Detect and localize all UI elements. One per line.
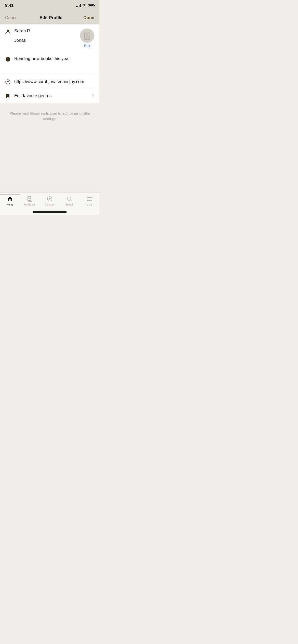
compass-icon (5, 79, 11, 85)
svg-point-7 (8, 82, 8, 82)
status-time: 9:41 (5, 3, 13, 8)
tab-home[interactable]: Home (0, 195, 20, 206)
url-section: https://www.sarahjonasmoodjoy.com (0, 75, 99, 89)
status-icons (76, 4, 94, 7)
person-icon (5, 29, 11, 35)
name-fields: Sarah R Jonas (14, 28, 77, 43)
done-button[interactable]: Done (84, 15, 94, 20)
genres-label: Edit favorite genres (14, 93, 88, 98)
chevron-right-icon (92, 94, 94, 98)
edit-avatar-label[interactable]: Edit (84, 44, 90, 48)
nav-bar: Cancel Edit Profile Done (0, 11, 99, 24)
avatar (80, 28, 94, 43)
bookmark-icon (5, 93, 11, 99)
bio-field[interactable]: Reading new books this year (14, 56, 94, 61)
home-icon (7, 196, 13, 202)
home-indicator (33, 211, 67, 213)
cancel-button[interactable]: Cancel (5, 15, 19, 20)
tab-more[interactable]: More (79, 195, 99, 206)
url-field[interactable]: https://www.sarahjonasmoodjoy.com (14, 79, 94, 84)
nav-title: Edit Profile (39, 15, 62, 20)
discover-icon (46, 196, 53, 202)
svg-point-0 (7, 30, 9, 32)
info-icon: i (5, 56, 11, 62)
svg-rect-8 (9, 199, 11, 201)
svg-rect-10 (29, 200, 32, 201)
home-tab-underline (0, 195, 20, 195)
last-name-field[interactable]: Jonas (14, 38, 77, 43)
my-books-icon (26, 196, 33, 202)
first-name-field[interactable]: Sarah R (14, 28, 77, 35)
profile-section: Sarah R Jonas Edit (0, 24, 99, 52)
avatar-area: Edit (80, 28, 94, 48)
tab-discover[interactable]: Discover (40, 195, 60, 206)
tab-my-books-label: My Books (24, 203, 35, 206)
tab-discover-label: Discover (45, 203, 55, 206)
search-icon (66, 196, 73, 202)
signal-icon (76, 4, 81, 7)
battery-icon (88, 4, 94, 7)
svg-point-3 (86, 34, 89, 37)
tab-my-books[interactable]: My Books (20, 195, 40, 206)
genres-section[interactable]: Edit favorite genres (0, 89, 99, 103)
tab-search[interactable]: Search (60, 195, 79, 206)
more-icon (86, 196, 93, 202)
tab-home-label: Home (7, 203, 13, 206)
tab-search-label: Search (65, 203, 74, 206)
tab-more-label: More (87, 203, 92, 206)
bio-section: i Reading new books this year (0, 52, 99, 75)
svg-point-11 (47, 197, 52, 201)
profile-fields: Sarah R Jonas (5, 28, 77, 43)
wifi-icon (82, 4, 86, 7)
status-bar: 9:41 (0, 0, 99, 11)
goodreads-note: Please visit Goodreads.com to edit other… (5, 111, 94, 121)
